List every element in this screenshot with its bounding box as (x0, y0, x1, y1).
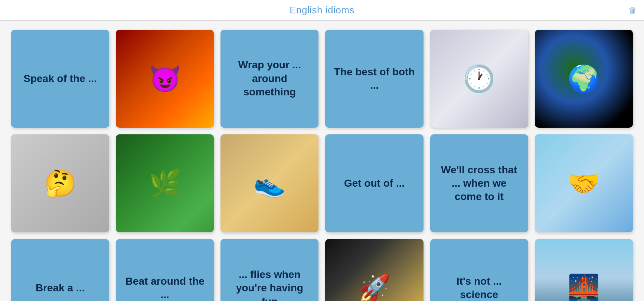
card-text-label: Wrap your ... around something (220, 30, 318, 128)
card-image-hand: 🤝 (535, 134, 633, 232)
card-image-devil: 😈 (116, 30, 214, 128)
card-item[interactable]: 🤝 (535, 134, 633, 232)
card-item[interactable]: 🌉 (535, 239, 633, 301)
card-image-rocket: 🚀 (325, 239, 423, 301)
card-text-label: Beat around the ... (116, 239, 214, 301)
card-item[interactable]: Break a ... (11, 239, 109, 301)
card-item[interactable]: ... flies when you're having fun (220, 239, 318, 301)
card-item[interactable]: 🚀 (325, 239, 423, 301)
card-text-label: Get out of ... (325, 134, 423, 232)
card-item[interactable]: 😈 (116, 30, 214, 128)
card-image-feet: 👟 (220, 134, 318, 232)
card-item[interactable]: Speak of the ... (11, 30, 109, 128)
card-image-bridge: 🌉 (535, 239, 633, 301)
card-item[interactable]: 🤔 (11, 134, 109, 232)
card-text-label: Break a ... (11, 239, 109, 301)
card-text-label: We'll cross that ... when we come to it (430, 134, 528, 232)
card-item[interactable]: 🌿 (116, 134, 214, 232)
card-item[interactable]: 🌍 (535, 30, 633, 128)
card-text-label: It's not ... science (430, 239, 528, 301)
app-header: English idioms 🗑 (0, 0, 644, 21)
card-item[interactable]: Beat around the ... (116, 239, 214, 301)
card-item[interactable]: The best of both ... (325, 30, 423, 128)
card-item[interactable]: 🕐 (430, 30, 528, 128)
card-item[interactable]: We'll cross that ... when we come to it (430, 134, 528, 232)
card-image-clock: 🕐 (430, 30, 528, 128)
card-item[interactable]: It's not ... science (430, 239, 528, 301)
card-image-earth: 🌍 (535, 30, 633, 128)
card-item[interactable]: Wrap your ... around something (220, 30, 318, 128)
card-text-label: Speak of the ... (11, 30, 109, 128)
card-image-person: 🤔 (11, 134, 109, 232)
card-text-label: ... flies when you're having fun (220, 239, 318, 301)
trash-icon[interactable]: 🗑 (628, 6, 637, 15)
card-item[interactable]: 👟 (220, 134, 318, 232)
page-title: English idioms (290, 4, 354, 16)
card-image-leaves: 🌿 (116, 134, 214, 232)
card-item[interactable]: Get out of ... (325, 134, 423, 232)
cards-grid: Speak of the ...😈Wrap your ... around so… (0, 21, 644, 301)
card-text-label: The best of both ... (325, 30, 423, 128)
